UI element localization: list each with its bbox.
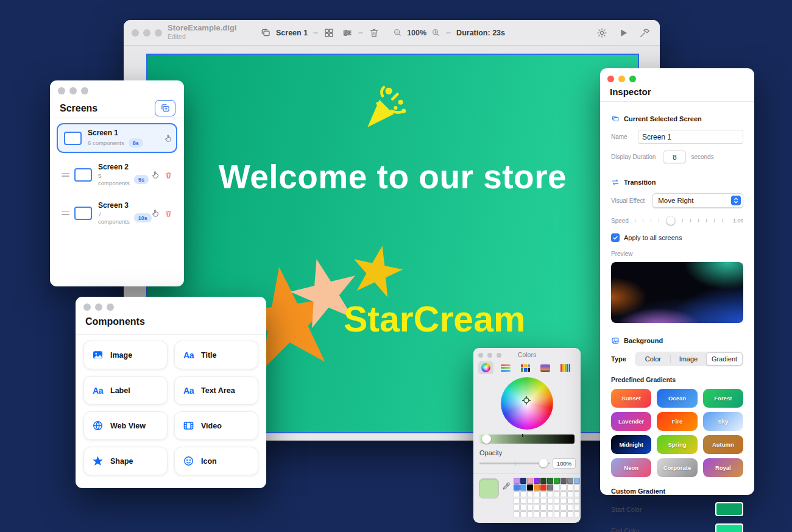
color-swatch[interactable] (554, 478, 560, 484)
gradient-preset-neon[interactable]: Neon (611, 458, 651, 477)
party-popper-graphic[interactable] (361, 84, 411, 134)
pencils-tab[interactable] (557, 362, 573, 374)
zoom-window-icon[interactable] (81, 87, 88, 94)
tap-hand-icon[interactable] (164, 134, 172, 143)
empty-swatch-cell[interactable] (527, 491, 533, 497)
screen-list-item[interactable]: Screen 1 6 components 8s (57, 123, 177, 153)
component-card-title[interactable]: Aa Title (174, 341, 258, 369)
empty-swatch-cell[interactable] (534, 505, 540, 511)
empty-swatch-cell[interactable] (520, 511, 526, 517)
close-icon[interactable] (132, 29, 139, 37)
opacity-slider[interactable] (479, 463, 550, 464)
color-swatch[interactable] (527, 478, 533, 484)
type-color-segment[interactable]: Color (635, 353, 671, 365)
minimize-icon[interactable] (143, 29, 150, 37)
gradient-preset-royal[interactable]: Royal (703, 458, 743, 477)
gradient-preset-corporate[interactable]: Corporate (657, 458, 697, 477)
empty-swatch-cell[interactable] (547, 491, 553, 497)
component-card-video[interactable]: Video (174, 411, 258, 440)
minimize-icon[interactable] (618, 76, 625, 82)
window-controls[interactable] (132, 29, 162, 37)
component-card-label[interactable]: Aa Label (83, 376, 168, 405)
start-color-swatch[interactable] (715, 502, 743, 516)
opacity-knob[interactable] (539, 459, 548, 467)
empty-swatch-cell[interactable] (574, 505, 580, 511)
empty-swatch-cell[interactable] (534, 491, 540, 497)
empty-swatch-cell[interactable] (554, 491, 560, 497)
drag-handle-icon[interactable] (62, 211, 69, 215)
speed-slider[interactable] (635, 216, 728, 225)
tap-hand-icon[interactable] (151, 171, 160, 179)
empty-swatch-cell[interactable] (547, 498, 553, 504)
duration-input[interactable]: 8 (663, 151, 686, 163)
empty-swatch-cell[interactable] (567, 511, 573, 517)
type-image-segment[interactable]: Image (671, 353, 706, 365)
empty-swatch-cell[interactable] (514, 498, 520, 504)
gradient-preset-lavender[interactable]: Lavender (611, 412, 651, 431)
add-screen-button[interactable] (155, 100, 175, 116)
color-swatch[interactable] (547, 478, 553, 484)
close-icon[interactable] (83, 303, 91, 311)
empty-swatch-cell[interactable] (534, 511, 540, 517)
color-swatch[interactable] (534, 484, 540, 491)
component-card-text area[interactable]: Aa Text Area (174, 376, 258, 405)
eyedropper-icon[interactable] (502, 482, 511, 491)
empty-swatch-cell[interactable] (540, 511, 546, 517)
component-card-shape[interactable]: Shape (83, 447, 168, 475)
screen-list-item[interactable]: Screen 2 5 components 5s (57, 158, 177, 191)
apply-all-checkbox[interactable] (611, 233, 620, 242)
brightness-knob[interactable] (482, 434, 491, 444)
close-icon[interactable] (58, 87, 65, 94)
minimize-icon[interactable] (69, 87, 77, 94)
screen-name-input[interactable]: Screen 1 (638, 130, 743, 144)
component-card-icon[interactable]: Icon (174, 447, 258, 475)
color-swatch[interactable] (520, 478, 526, 484)
current-color-swatch[interactable] (479, 478, 499, 498)
color-swatch[interactable] (574, 478, 580, 484)
window-controls[interactable] (58, 87, 88, 94)
delete-screen-icon[interactable] (164, 171, 172, 179)
color-swatch[interactable] (520, 484, 526, 491)
zoom-window-icon[interactable] (107, 303, 114, 311)
empty-swatch-cell[interactable] (567, 491, 573, 497)
grid-layout-icon[interactable] (324, 27, 334, 38)
empty-swatch-cell[interactable] (560, 505, 567, 511)
brightness-slider[interactable] (479, 434, 575, 444)
empty-swatch-cell[interactable] (514, 505, 520, 511)
color-swatch[interactable] (534, 478, 540, 484)
gradient-preset-spring[interactable]: Spring (657, 435, 697, 454)
empty-swatch-cell[interactable] (527, 498, 533, 504)
gradient-preset-forest[interactable]: Forest (703, 389, 743, 408)
canvas-brand-text[interactable]: StarCream (344, 299, 525, 340)
empty-swatch-cell[interactable] (520, 498, 526, 504)
screen-list-item[interactable]: Screen 3 7 components 10s (57, 197, 177, 230)
color-swatch[interactable] (514, 478, 520, 484)
empty-swatch-cell[interactable] (567, 484, 573, 491)
empty-swatch-cell[interactable] (514, 491, 520, 497)
zoom-out-icon[interactable] (393, 28, 402, 37)
empty-swatch-cell[interactable] (547, 511, 553, 517)
empty-swatch-cell[interactable] (560, 491, 567, 497)
empty-swatch-cell[interactable] (527, 511, 533, 517)
empty-swatch-cell[interactable] (560, 498, 567, 504)
empty-swatch-cell[interactable] (574, 498, 580, 504)
image-palettes-tab[interactable] (537, 363, 553, 374)
empty-swatch-cell[interactable] (560, 484, 567, 491)
color-swatch[interactable] (560, 478, 567, 484)
settings-gear-icon[interactable] (596, 27, 607, 38)
color-wheel-tab[interactable] (478, 361, 493, 374)
yellow-star-shape[interactable] (345, 239, 409, 302)
color-swatch[interactable] (540, 484, 546, 491)
empty-swatch-cell[interactable] (574, 511, 580, 517)
gradient-preset-fire[interactable]: Fire (657, 412, 697, 431)
empty-swatch-cell[interactable] (520, 491, 526, 497)
type-gradient-segment[interactable]: Gradient (706, 352, 743, 366)
empty-swatch-cell[interactable] (540, 505, 546, 511)
gradient-preset-autumn[interactable]: Autumn (703, 435, 743, 454)
close-icon[interactable] (607, 76, 614, 82)
empty-swatch-cell[interactable] (574, 491, 580, 497)
window-controls[interactable] (83, 303, 114, 311)
empty-swatch-cell[interactable] (554, 484, 560, 491)
end-color-swatch[interactable] (715, 523, 743, 532)
empty-swatch-cell[interactable] (540, 491, 546, 497)
